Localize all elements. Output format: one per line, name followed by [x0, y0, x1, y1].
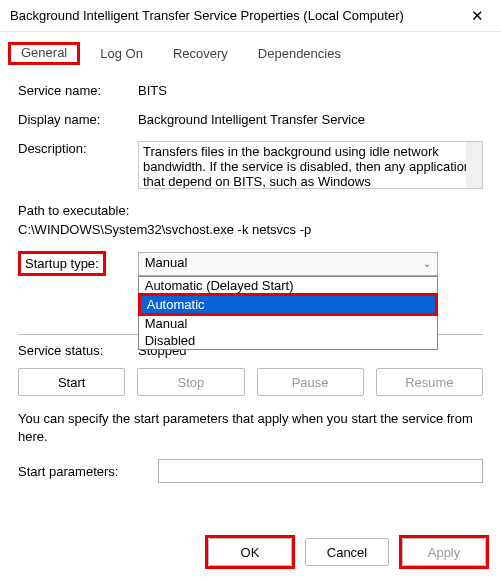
tabs: General Log On Recovery Dependencies	[0, 32, 501, 65]
cancel-button[interactable]: Cancel	[305, 538, 389, 566]
footer-buttons: OK Cancel Apply	[205, 535, 489, 569]
start-parameters-label: Start parameters:	[18, 464, 158, 479]
close-icon[interactable]: ✕	[459, 2, 495, 30]
apply-button[interactable]: Apply	[402, 538, 486, 566]
tab-general[interactable]: General	[11, 41, 77, 64]
startup-type-select[interactable]: Manual ⌄	[138, 252, 438, 276]
path-label: Path to executable:	[18, 203, 483, 218]
option-automatic[interactable]: Automatic	[141, 296, 435, 313]
resume-button: Resume	[376, 368, 483, 396]
window-title: Background Intelligent Transfer Service …	[10, 8, 404, 23]
description-text: Transfers files in the background using …	[143, 144, 478, 189]
start-params-hint: You can specify the start parameters tha…	[18, 410, 483, 445]
option-manual[interactable]: Manual	[139, 315, 437, 332]
stop-button: Stop	[137, 368, 244, 396]
startup-type-label: Startup type:	[25, 256, 99, 271]
description-box[interactable]: Transfers files in the background using …	[138, 141, 483, 189]
tab-logon[interactable]: Log On	[90, 42, 153, 65]
tab-dependencies[interactable]: Dependencies	[248, 42, 351, 65]
ok-button[interactable]: OK	[208, 538, 292, 566]
display-name-label: Display name:	[18, 112, 138, 127]
service-status-label: Service status:	[18, 343, 138, 358]
option-disabled[interactable]: Disabled	[139, 332, 437, 349]
start-parameters-input[interactable]	[158, 459, 483, 483]
scrollbar[interactable]	[466, 142, 482, 188]
content: Service name: BITS Display name: Backgro…	[0, 65, 501, 483]
tab-recovery[interactable]: Recovery	[163, 42, 238, 65]
service-name-value: BITS	[138, 83, 483, 98]
titlebar: Background Intelligent Transfer Service …	[0, 0, 501, 32]
service-name-label: Service name:	[18, 83, 138, 98]
startup-dropdown: Automatic (Delayed Start) Automatic Manu…	[138, 276, 438, 350]
display-name-value: Background Intelligent Transfer Service	[138, 112, 483, 127]
description-label: Description:	[18, 141, 138, 156]
path-value: C:\WINDOWS\System32\svchost.exe -k netsv…	[18, 222, 483, 237]
pause-button: Pause	[257, 368, 364, 396]
chevron-down-icon: ⌄	[423, 258, 431, 269]
option-automatic-delayed[interactable]: Automatic (Delayed Start)	[139, 277, 437, 294]
startup-type-value: Manual	[145, 255, 188, 270]
start-button[interactable]: Start	[18, 368, 125, 396]
